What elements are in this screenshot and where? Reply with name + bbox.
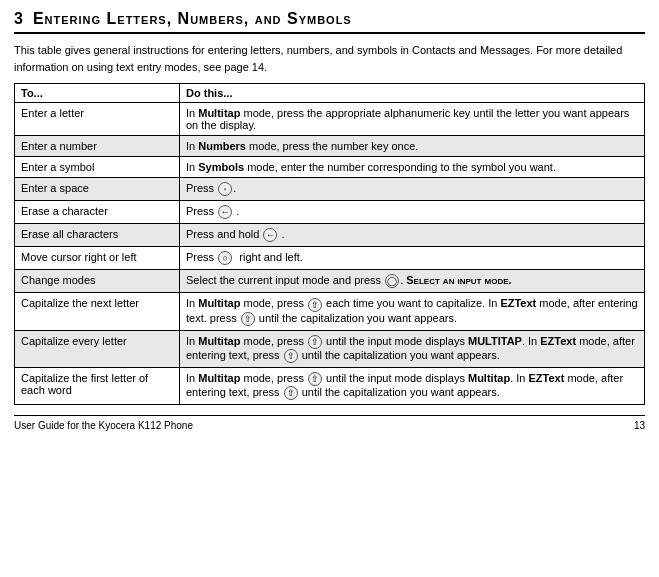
ok-key-icon: ◯	[385, 274, 399, 288]
to-cell: Capitalize the next letter	[15, 293, 180, 330]
do-cell: In Multitap mode, press ⇧ each time you …	[180, 293, 645, 330]
shift-key-icon: ⇧	[308, 298, 322, 312]
table-row: Capitalize the next letter In Multitap m…	[15, 293, 645, 330]
page-header: 3 Entering Letters, Numbers, and Symbols	[14, 10, 645, 34]
do-cell: In Multitap mode, press ⇧ until the inpu…	[180, 330, 645, 367]
table-row: Enter a letter In Multitap mode, press t…	[15, 103, 645, 136]
to-cell: Enter a space	[15, 178, 180, 201]
shift-key-icon: ⇧	[284, 386, 298, 400]
col-header-do: Do this...	[180, 84, 645, 103]
table-row: Erase all characters Press and hold ← .	[15, 224, 645, 247]
table-row: Capitalize every letter In Multitap mode…	[15, 330, 645, 367]
intro-text: This table gives general instructions fo…	[14, 42, 645, 75]
table-row: Change modes Select the current input mo…	[15, 270, 645, 293]
footer-left: User Guide for the Kyocera K112 Phone	[14, 420, 193, 431]
to-cell: Move cursor right or left	[15, 247, 180, 270]
table-row: Enter a space Press ◦.	[15, 178, 645, 201]
shift-key-icon: ⇧	[308, 335, 322, 349]
do-cell: Select the current input mode and press …	[180, 270, 645, 293]
main-table: To... Do this... Enter a letter In Multi…	[14, 83, 645, 405]
chapter-title: Entering Letters, Numbers, and Symbols	[33, 10, 352, 28]
nav-key-icon: ○	[218, 251, 232, 265]
do-cell: Press ← .	[180, 201, 645, 224]
to-cell: Enter a number	[15, 136, 180, 157]
footer-right: 13	[634, 420, 645, 431]
table-row: Enter a number In Numbers mode, press th…	[15, 136, 645, 157]
do-cell: Press ○ right and left.	[180, 247, 645, 270]
to-cell: Erase all characters	[15, 224, 180, 247]
back-key-icon: ←	[263, 228, 277, 242]
to-cell: Enter a letter	[15, 103, 180, 136]
to-cell: Enter a symbol	[15, 157, 180, 178]
shift-key-icon: ⇧	[308, 372, 322, 386]
do-cell: In Multitap mode, press the appropriate …	[180, 103, 645, 136]
table-row: Enter a symbol In Symbols mode, enter th…	[15, 157, 645, 178]
page-footer: User Guide for the Kyocera K112 Phone 13	[14, 415, 645, 431]
to-cell: Capitalize every letter	[15, 330, 180, 367]
do-cell: In Numbers mode, press the number key on…	[180, 136, 645, 157]
to-cell: Capitalize the first letter of each word	[15, 367, 180, 404]
to-cell: Erase a character	[15, 201, 180, 224]
do-cell: In Symbols mode, enter the number corres…	[180, 157, 645, 178]
table-row: Capitalize the first letter of each word…	[15, 367, 645, 404]
do-cell: Press and hold ← .	[180, 224, 645, 247]
table-row: Erase a character Press ← .	[15, 201, 645, 224]
col-header-to: To...	[15, 84, 180, 103]
to-cell: Change modes	[15, 270, 180, 293]
chapter-number: 3	[14, 10, 23, 28]
shift-key-icon: ⇧	[241, 312, 255, 326]
space-key-icon: ◦	[218, 182, 232, 196]
do-cell: In Multitap mode, press ⇧ until the inpu…	[180, 367, 645, 404]
table-row: Move cursor right or left Press ○ right …	[15, 247, 645, 270]
shift-key-icon: ⇧	[284, 349, 298, 363]
do-cell: Press ◦.	[180, 178, 645, 201]
back-key-icon: ←	[218, 205, 232, 219]
